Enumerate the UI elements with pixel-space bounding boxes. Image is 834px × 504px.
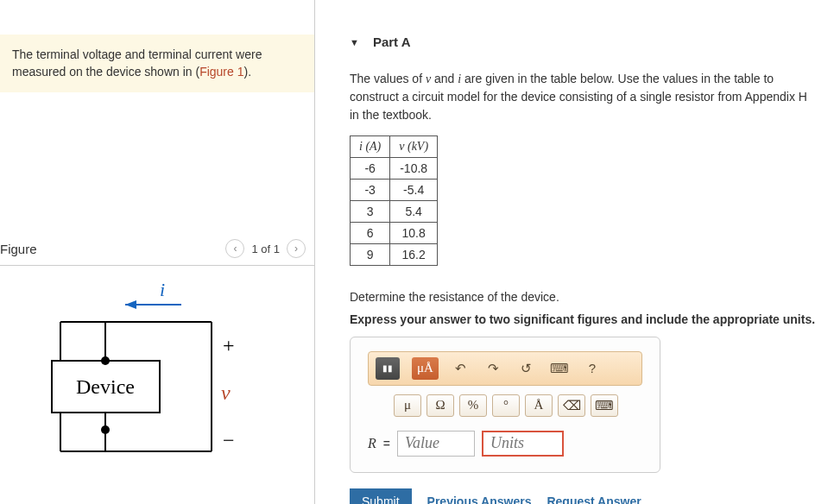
angstrom-button[interactable]: Å bbox=[525, 394, 553, 417]
mu-button[interactable]: μ bbox=[394, 394, 421, 417]
plus-label: + bbox=[223, 334, 235, 356]
statement-text-2: ). bbox=[243, 65, 251, 79]
figure-link[interactable]: Figure 1 bbox=[199, 65, 243, 79]
backspace-button[interactable]: ⌫ bbox=[558, 394, 585, 417]
data-table: i (A) v (kV) -6-10.8 -3-5.4 35.4 610.8 9… bbox=[350, 135, 438, 266]
toolbar-primary: ▮▮ μÅ ↶ ↷ ↺ ⌨ ? bbox=[368, 351, 642, 386]
sub-prompt-bold: Express your answer to two significant f… bbox=[350, 312, 834, 326]
collapse-icon: ▼ bbox=[350, 37, 359, 47]
answer-line: R = bbox=[368, 431, 642, 457]
circuit-diagram: i Device + v − bbox=[0, 274, 294, 473]
figure-canvas: i Device + v − bbox=[0, 266, 314, 504]
svg-marker-1 bbox=[125, 300, 136, 309]
help-button[interactable]: ? bbox=[582, 358, 603, 379]
action-row: Submit Previous Answers Request Answer bbox=[350, 488, 834, 504]
figure-count: 1 of 1 bbox=[251, 243, 280, 255]
degree-button[interactable]: ° bbox=[492, 394, 520, 417]
redo-button[interactable]: ↷ bbox=[483, 358, 504, 379]
i-label: i bbox=[160, 279, 165, 300]
sub-prompt: Determine the resistance of the device. bbox=[350, 290, 834, 304]
percent-button[interactable]: % bbox=[459, 394, 487, 417]
right-pane: ▼ Part A The values of v and i are given… bbox=[315, 0, 834, 504]
templates-button[interactable]: ▮▮ bbox=[376, 357, 400, 380]
special-chars-button[interactable]: μÅ bbox=[412, 357, 439, 380]
table-row: 35.4 bbox=[351, 200, 438, 222]
reset-button[interactable]: ↺ bbox=[516, 358, 537, 379]
answer-eq: = bbox=[383, 437, 390, 450]
figure-next-button[interactable]: › bbox=[287, 239, 306, 258]
figure-header: Figure ‹ 1 of 1 › bbox=[0, 239, 314, 266]
table-row: -3-5.4 bbox=[351, 179, 438, 200]
table-row: 916.2 bbox=[351, 243, 438, 265]
figure-pager: ‹ 1 of 1 › bbox=[225, 239, 306, 258]
request-answer-link[interactable]: Request Answer bbox=[547, 495, 641, 504]
problem-statement: The terminal voltage and terminal curren… bbox=[0, 35, 314, 92]
svg-point-10 bbox=[101, 425, 110, 434]
undo-button[interactable]: ↶ bbox=[451, 358, 471, 379]
answer-box: ▮▮ μÅ ↶ ↷ ↺ ⌨ ? μ Ω % ° Å ⌫ ⌨ R = bbox=[350, 337, 660, 473]
keypad-button[interactable]: ⌨ bbox=[591, 394, 618, 417]
prompt-text: The values of v and i are given in the t… bbox=[350, 70, 816, 123]
col-i-header: i (A) bbox=[351, 135, 390, 157]
omega-button[interactable]: Ω bbox=[426, 394, 454, 417]
figure-prev-button[interactable]: ‹ bbox=[225, 239, 244, 258]
toolbar-secondary: μ Ω % ° Å ⌫ ⌨ bbox=[368, 394, 642, 417]
answer-var: R bbox=[368, 436, 376, 451]
part-header[interactable]: ▼ Part A bbox=[350, 35, 834, 49]
keyboard-button[interactable]: ⌨ bbox=[549, 358, 570, 379]
table-row: -6-10.8 bbox=[351, 157, 438, 179]
left-pane: The terminal voltage and terminal curren… bbox=[0, 0, 315, 504]
minus-label: − bbox=[223, 429, 235, 451]
part-label: Part A bbox=[373, 35, 411, 49]
svg-point-9 bbox=[101, 356, 110, 365]
figure-title: Figure bbox=[0, 242, 37, 256]
table-row: 610.8 bbox=[351, 222, 438, 243]
units-input[interactable] bbox=[482, 431, 564, 457]
value-input[interactable] bbox=[397, 431, 475, 457]
v-label: v bbox=[221, 381, 231, 404]
col-v-header: v (kV) bbox=[390, 135, 438, 157]
submit-button[interactable]: Submit bbox=[350, 488, 412, 504]
previous-answers-link[interactable]: Previous Answers bbox=[427, 495, 532, 504]
device-label: Device bbox=[76, 375, 135, 398]
